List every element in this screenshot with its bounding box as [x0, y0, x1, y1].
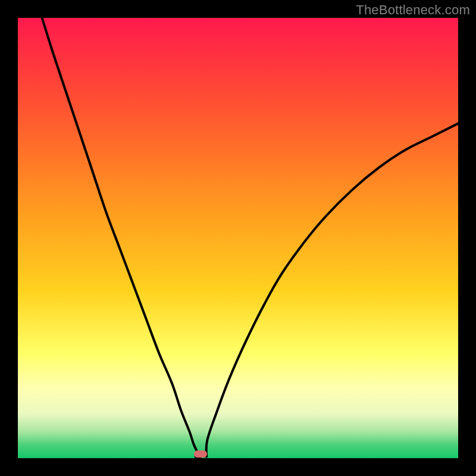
- bottleneck-curve: [42, 18, 458, 458]
- plot-area: [18, 18, 458, 458]
- outer-frame: TheBottleneck.com: [0, 0, 476, 476]
- curve-svg: [18, 18, 458, 458]
- watermark-text: TheBottleneck.com: [356, 2, 470, 18]
- optimal-point-marker: [194, 450, 207, 458]
